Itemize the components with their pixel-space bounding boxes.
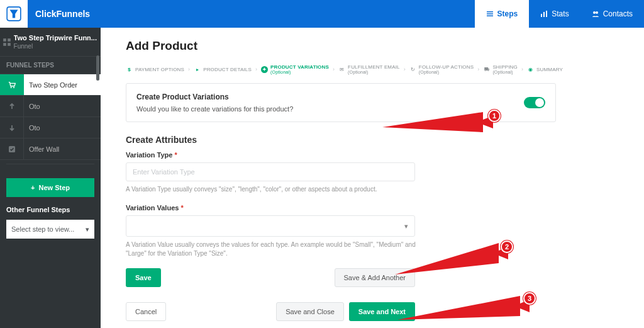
svg-point-14 bbox=[13, 86, 14, 88]
caret-down-icon: ▾ bbox=[404, 222, 408, 230]
save-and-close-button[interactable]: Save and Close bbox=[276, 302, 344, 321]
svg-rect-5 bbox=[543, 12, 545, 17]
step-label: Oto bbox=[24, 103, 40, 110]
wizard-product-variations[interactable]: ✦PRODUCT VARIATIONS(Optional) bbox=[261, 64, 329, 74]
contacts-icon bbox=[592, 10, 599, 18]
clickfunnels-logo-icon bbox=[6, 6, 22, 22]
svg-rect-9 bbox=[3, 38, 6, 42]
new-step-label: New Step bbox=[38, 184, 70, 191]
tab-contacts-label: Contacts bbox=[603, 9, 633, 18]
wizard-shipping[interactable]: ⛟SHIPPING(Optional) bbox=[483, 64, 518, 74]
wizard-sep: › bbox=[188, 66, 190, 72]
sidebar-step-oto-1[interactable]: Oto bbox=[0, 96, 101, 117]
followup-icon: ↻ bbox=[409, 66, 416, 73]
cart-icon bbox=[0, 74, 24, 95]
top-bar: ClickFunnels Steps Stats Contacts bbox=[0, 0, 644, 28]
wizard-followup-actions[interactable]: ↻FOLLOW-UP ACTIONS(Optional) bbox=[409, 64, 474, 74]
arrow-down-icon bbox=[0, 117, 24, 138]
tab-stats-label: Stats bbox=[552, 9, 569, 18]
callout-arrow-3 bbox=[397, 292, 530, 322]
required-mark: * bbox=[180, 204, 183, 212]
step-label: Oto bbox=[24, 124, 40, 132]
step-label: Two Step Order bbox=[24, 81, 77, 89]
other-step-select[interactable]: Select step to view... ▾ bbox=[6, 220, 94, 239]
other-funnel-steps-label: Other Funnel Steps bbox=[0, 203, 101, 216]
create-variations-toggle[interactable] bbox=[524, 97, 545, 108]
wizard-sep: › bbox=[255, 66, 257, 72]
wizard-fulfillment-email[interactable]: ✉FULFILLMENT EMAIL(Optional) bbox=[338, 64, 400, 74]
top-tabs: Steps Stats Contacts bbox=[475, 0, 644, 28]
sidebar-step-offer-wall[interactable]: Offer Wall bbox=[0, 139, 101, 160]
callout-badge-2: 2 bbox=[501, 240, 513, 253]
svg-rect-6 bbox=[546, 11, 547, 17]
arrow-up-icon bbox=[0, 96, 24, 116]
tab-steps[interactable]: Steps bbox=[475, 0, 530, 28]
variation-type-label: Variation Type * bbox=[126, 151, 556, 159]
wizard-sep: › bbox=[404, 66, 406, 72]
svg-rect-10 bbox=[8, 38, 11, 42]
variations-icon: ✦ bbox=[261, 66, 268, 73]
variation-type-input[interactable] bbox=[126, 162, 415, 181]
tab-steps-label: Steps bbox=[497, 9, 518, 18]
funnel-title-block[interactable]: Two Step Tripwire Funn... Funnel bbox=[14, 28, 101, 56]
tab-stats[interactable]: Stats bbox=[529, 0, 580, 28]
svg-point-13 bbox=[11, 86, 12, 88]
caret-down-icon: ▾ bbox=[86, 225, 89, 234]
sidebar-step-two-step-order[interactable]: Two Step Order bbox=[0, 74, 101, 96]
required-mark: * bbox=[174, 151, 177, 159]
svg-point-8 bbox=[596, 11, 598, 14]
shipping-icon: ⛟ bbox=[483, 66, 490, 73]
svg-rect-1 bbox=[487, 11, 493, 13]
wizard-steps: $PAYMENT OPTIONS › ▸PRODUCT DETAILS › ✦P… bbox=[126, 64, 556, 74]
funnel-steps-label: FUNNEL STEPS bbox=[0, 56, 101, 74]
variation-values-label: Variation Values * bbox=[126, 204, 556, 212]
variation-type-help: A Variation Type usually conveys "size",… bbox=[126, 185, 421, 194]
dollar-icon: $ bbox=[126, 66, 133, 73]
funnel-sub: Funnel bbox=[14, 43, 97, 50]
step-label: Offer Wall bbox=[24, 145, 59, 153]
tab-contacts[interactable]: Contacts bbox=[580, 0, 644, 28]
svg-marker-18 bbox=[397, 296, 530, 320]
wizard-summary[interactable]: ◉SUMMARY bbox=[527, 66, 563, 73]
variation-values-select[interactable]: ▾ bbox=[126, 215, 415, 237]
brand-name: ClickFunnels bbox=[35, 9, 90, 19]
sidebar: Two Step Tripwire Funn... Funnel FUNNEL … bbox=[0, 28, 101, 328]
panel-title: Create Product Variations bbox=[136, 93, 293, 101]
svg-rect-4 bbox=[541, 14, 542, 17]
save-button[interactable]: Save bbox=[126, 268, 161, 287]
svg-rect-11 bbox=[3, 43, 6, 46]
steps-icon bbox=[486, 10, 494, 18]
wizard-sep: › bbox=[333, 66, 335, 72]
email-icon: ✉ bbox=[338, 66, 345, 73]
wizard-payment-options[interactable]: $PAYMENT OPTIONS bbox=[126, 66, 184, 73]
plus-icon: + bbox=[31, 184, 35, 191]
svg-rect-12 bbox=[8, 43, 11, 46]
create-attributes-title: Create Attributes bbox=[126, 135, 556, 145]
sidebar-scrollbar[interactable] bbox=[96, 55, 99, 81]
tag-icon: ▸ bbox=[194, 66, 201, 73]
funnel-grid-icon[interactable] bbox=[0, 28, 14, 56]
wizard-sep: › bbox=[521, 66, 523, 72]
stats-icon bbox=[540, 10, 548, 18]
summary-icon: ◉ bbox=[527, 66, 534, 73]
other-step-select-value: Select step to view... bbox=[11, 225, 74, 233]
check-box-icon bbox=[0, 139, 24, 159]
wizard-sep: › bbox=[477, 66, 479, 72]
save-add-another-button[interactable]: Save & Add Another bbox=[335, 268, 415, 287]
svg-rect-2 bbox=[487, 13, 493, 14]
new-step-button[interactable]: + New Step bbox=[6, 178, 94, 197]
funnel-name: Two Step Tripwire Funn... bbox=[14, 34, 97, 42]
main-content: Add Product $PAYMENT OPTIONS › ▸PRODUCT … bbox=[101, 28, 644, 328]
brand-logo[interactable] bbox=[0, 0, 28, 28]
callout-badge-1: 1 bbox=[488, 110, 501, 122]
svg-point-7 bbox=[593, 11, 596, 14]
cancel-button[interactable]: Cancel bbox=[126, 302, 166, 321]
svg-rect-3 bbox=[487, 15, 493, 16]
panel-desc: Would you like to create variations for … bbox=[136, 105, 293, 113]
save-and-next-button[interactable]: Save and Next bbox=[349, 302, 415, 321]
page-title: Add Product bbox=[126, 39, 556, 53]
wizard-product-details[interactable]: ▸PRODUCT DETAILS bbox=[194, 66, 252, 73]
variation-values-help: A Variation Value usually conveys the va… bbox=[126, 240, 421, 258]
callout-badge-3: 3 bbox=[523, 292, 536, 305]
sidebar-step-oto-2[interactable]: Oto bbox=[0, 117, 101, 139]
